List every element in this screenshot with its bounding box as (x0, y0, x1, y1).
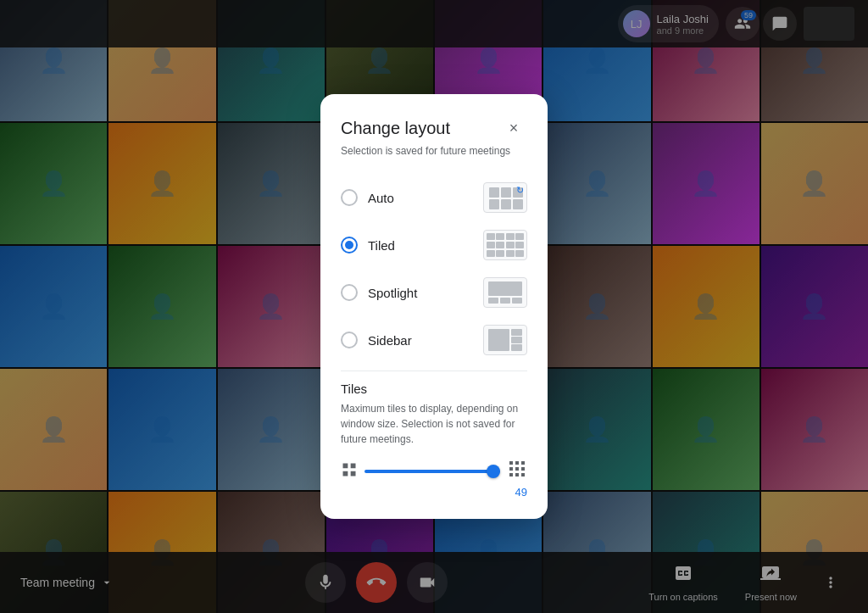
slider-value: 49 (341, 486, 527, 499)
tiles-section: Tiles Maximum tiles to display, dependin… (341, 382, 527, 499)
modal-overlay[interactable]: Change layout × Selection is saved for f… (0, 0, 868, 613)
divider (341, 371, 527, 371)
tiles-description: Maximum tiles to display, depending on w… (341, 401, 527, 447)
layout-label-sidebar: Sidebar (368, 333, 412, 348)
radio-tiled (341, 237, 358, 254)
radio-spotlight (341, 284, 358, 301)
layout-option-sidebar[interactable]: Sidebar (341, 316, 527, 364)
modal-close-button[interactable]: × (500, 114, 527, 142)
auto-layout-icon: ↻ (483, 182, 527, 213)
tiled-layout-icon (483, 230, 527, 260)
radio-tiled-inner (345, 241, 353, 249)
change-layout-modal: Change layout × Selection is saved for f… (320, 94, 548, 519)
spotlight-layout-icon (483, 277, 527, 308)
refresh-icon: ↻ (516, 185, 524, 196)
layout-option-tiled[interactable]: Tiled (341, 221, 527, 269)
layout-option-auto[interactable]: Auto ↻ (341, 174, 527, 221)
layout-option-auto-left: Auto (341, 189, 394, 206)
modal-subtitle: Selection is saved for future meetings (341, 145, 527, 157)
layout-option-spotlight-left: Spotlight (341, 284, 417, 301)
slider-row (341, 459, 527, 484)
layout-options: Auto ↻ Tiled (341, 174, 527, 364)
radio-sidebar (341, 332, 358, 348)
tiles-title: Tiles (341, 382, 527, 396)
slider-thumb (487, 465, 500, 478)
layout-label-tiled: Tiled (368, 238, 395, 253)
layout-option-sidebar-left: Sidebar (341, 332, 412, 348)
layout-option-tiled-left: Tiled (341, 237, 395, 254)
modal-header: Change layout × (341, 114, 527, 142)
modal-title: Change layout (341, 119, 450, 138)
tiles-slider-container (364, 463, 500, 480)
radio-auto (341, 189, 358, 206)
layout-label-spotlight: Spotlight (368, 286, 417, 300)
tiles-max-icon (507, 459, 527, 484)
layout-option-spotlight[interactable]: Spotlight (341, 269, 527, 316)
sidebar-layout-icon (483, 325, 527, 355)
layout-label-auto: Auto (368, 191, 394, 205)
tiles-min-icon (341, 461, 358, 482)
